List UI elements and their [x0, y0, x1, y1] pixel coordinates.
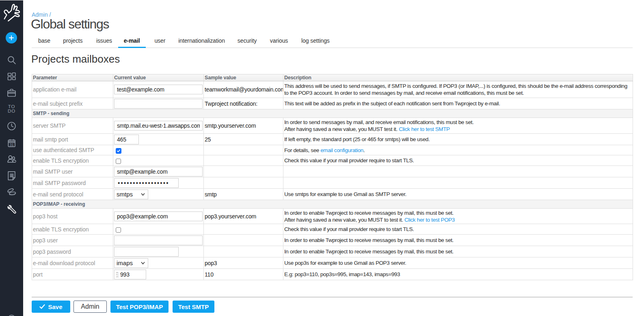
svg-text:31: 31	[10, 143, 14, 147]
